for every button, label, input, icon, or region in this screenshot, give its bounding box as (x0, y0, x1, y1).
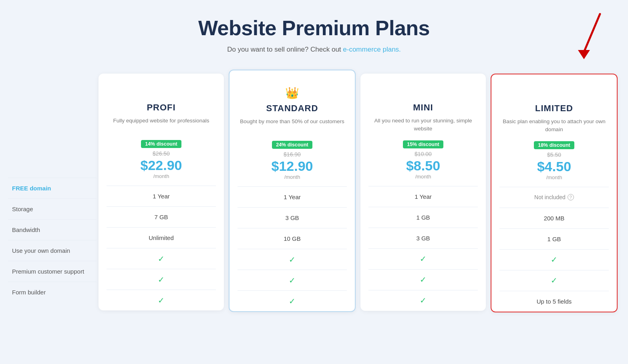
mini-discount: 15% discount (403, 140, 443, 148)
limited-free-domain-not-included: Not included ? (534, 194, 574, 200)
profi-discount: 14% discount (141, 140, 181, 148)
profi-own-domain: ✓ (107, 248, 216, 269)
mini-premium-support-check: ✓ (420, 275, 427, 284)
limited-name: LIMITED (499, 103, 609, 114)
plan-card-standard: 👑 STANDARD Bought by more than 50% of ou… (229, 70, 356, 312)
page-wrapper: Website Premium Plans Do you want to sel… (0, 0, 628, 320)
plan-card-mini: MINI All you need to run your stunning, … (360, 74, 486, 311)
mini-desc: All you need to run your stunning, simpl… (368, 117, 478, 133)
profi-icon (107, 86, 216, 100)
limited-pricing: 18% discount $5.50 $4.50 /month (499, 141, 609, 180)
standard-form-builder-check: ✓ (289, 296, 296, 306)
standard-free-domain: 1 Year (238, 186, 347, 207)
profi-free-domain: 1 Year (107, 186, 216, 206)
plan-card-limited: LIMITED Basic plan enabling you to attac… (491, 74, 618, 312)
mini-name: MINI (368, 102, 478, 113)
limited-desc: Basic plan enabling you to attach your o… (499, 118, 609, 134)
plans-container: FREE domain Storage Bandwidth Use your o… (8, 74, 620, 312)
profi-name: PROFI (107, 102, 216, 113)
limited-original-price: $5.50 (499, 152, 609, 158)
standard-features: 1 Year 3 GB 10 GB ✓ ✓ ✓ (238, 186, 347, 311)
mini-form-builder-check: ✓ (420, 296, 427, 305)
mini-icon (368, 86, 478, 100)
standard-original-price: $16.90 (238, 151, 347, 158)
profi-bandwidth: Unlimited (107, 227, 216, 248)
page-subtitle: Do you want to sell online? Check out e-… (8, 46, 620, 54)
plan-card-profi: PROFI Fully equipped website for profess… (99, 74, 224, 310)
standard-current-price: $12.90 (238, 158, 347, 174)
page-header: Website Premium Plans Do you want to sel… (8, 16, 620, 54)
svg-marker-1 (578, 50, 590, 59)
limited-discount: 18% discount (534, 141, 574, 149)
standard-premium-support-check: ✓ (289, 276, 296, 285)
info-icon[interactable]: ? (568, 194, 574, 200)
standard-own-domain-check: ✓ (289, 255, 296, 264)
limited-current-price: $4.50 (499, 159, 609, 174)
standard-storage: 3 GB (238, 207, 347, 228)
profi-form-builder-check: ✓ (158, 296, 165, 305)
profi-premium-support-check: ✓ (158, 275, 165, 284)
svg-line-0 (584, 14, 600, 52)
standard-pricing: 24% discount $16.90 $12.90 /month (238, 141, 347, 180)
plans-grid: PROFI Fully equipped website for profess… (96, 74, 620, 312)
standard-form-builder: ✓ (238, 290, 347, 311)
profi-storage: 7 GB (107, 206, 216, 227)
profi-pricing: 14% discount $26.50 $22.90 /month (107, 140, 216, 179)
mini-form-builder: ✓ (368, 290, 478, 311)
profi-desc: Fully equipped website for professionals (107, 117, 216, 133)
limited-period: /month (499, 174, 609, 180)
standard-period: /month (238, 174, 347, 180)
standard-bandwidth: 10 GB (238, 228, 347, 249)
label-form-builder: Form builder (8, 282, 96, 302)
profi-form-builder: ✓ (107, 290, 216, 310)
limited-own-domain: ✓ (499, 249, 609, 270)
limited-premium-support: ✓ (499, 270, 609, 291)
limited-free-domain: Not included ? (499, 187, 609, 208)
profi-period: /month (107, 173, 216, 179)
limited-icon (499, 86, 609, 101)
feature-labels-column: FREE domain Storage Bandwidth Use your o… (8, 74, 96, 302)
standard-icon: 👑 (238, 86, 347, 101)
label-free-domain: FREE domain (8, 178, 96, 198)
limited-own-domain-check: ✓ (551, 255, 558, 264)
standard-discount: 24% discount (272, 141, 312, 149)
mini-own-domain-check: ✓ (420, 254, 427, 264)
mini-original-price: $10.00 (368, 151, 478, 157)
profi-current-price: $22.90 (107, 158, 216, 173)
mini-premium-support: ✓ (368, 269, 478, 290)
profi-own-domain-check: ✓ (158, 254, 165, 264)
label-storage: Storage (8, 198, 96, 219)
mini-features: 1 Year 1 GB 3 GB ✓ ✓ ✓ (368, 186, 478, 311)
mini-free-domain: 1 Year (368, 186, 478, 207)
limited-features: Not included ? 200 MB 1 GB ✓ ✓ Up to 5 f… (499, 187, 609, 312)
mini-bandwidth: 3 GB (368, 228, 478, 248)
label-bandwidth: Bandwidth (8, 219, 96, 240)
label-premium-support: Premium customer support (8, 261, 96, 282)
mini-own-domain: ✓ (368, 248, 478, 269)
profi-premium-support: ✓ (107, 269, 216, 290)
standard-desc: Bought by more than 50% of our customers (238, 118, 347, 134)
ecommerce-link[interactable]: e-commerce plans. (343, 46, 401, 53)
limited-storage: 200 MB (499, 208, 609, 228)
profi-features: 1 Year 7 GB Unlimited ✓ ✓ ✓ (107, 186, 216, 310)
limited-bandwidth: 1 GB (499, 228, 609, 249)
label-own-domain: Use your own domain (8, 240, 96, 261)
mini-period: /month (368, 174, 478, 180)
mini-current-price: $8.50 (368, 158, 478, 174)
standard-premium-support: ✓ (238, 270, 347, 290)
standard-name: STANDARD (238, 103, 347, 114)
mini-pricing: 15% discount $10.00 $8.50 /month (368, 140, 478, 180)
standard-own-domain: ✓ (238, 249, 347, 270)
limited-form-builder: Up to 5 fields (499, 291, 609, 312)
limited-premium-support-check: ✓ (551, 276, 558, 285)
mini-storage: 1 GB (368, 207, 478, 228)
page-title: Website Premium Plans (8, 16, 620, 40)
profi-original-price: $26.50 (107, 150, 216, 157)
